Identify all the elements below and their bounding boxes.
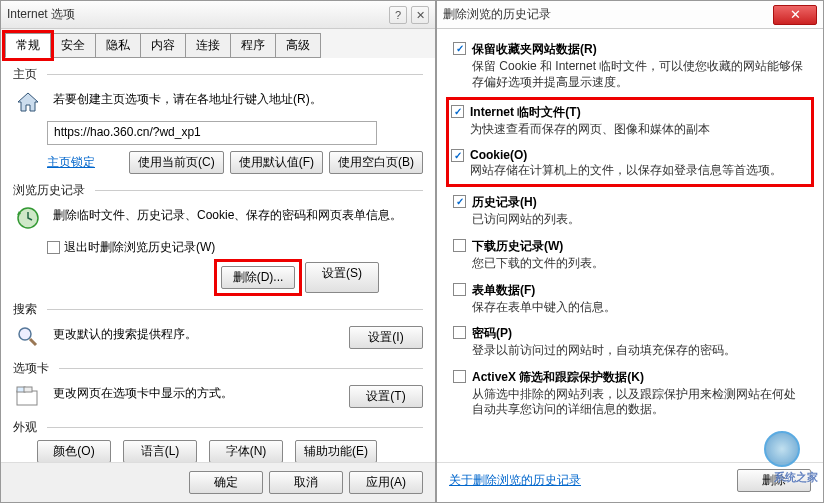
tab-programs[interactable]: 程序 bbox=[230, 33, 276, 58]
dlhist-desc: 您已下载的文件的列表。 bbox=[472, 256, 807, 272]
check-item-tempfiles: Internet 临时文件(T) 为快速查看而保存的网页、图像和媒体的副本 bbox=[451, 104, 809, 138]
use-default-button[interactable]: 使用默认值(F) bbox=[230, 151, 323, 174]
tabs-desc: 更改网页在选项卡中显示的方式。 bbox=[53, 381, 343, 402]
group-homepage-label: 主页 bbox=[13, 66, 37, 83]
activex-desc: 从筛选中排除的网站列表，以及跟踪保护用来检测网站在何处自动共享您访问的详细信息的… bbox=[472, 387, 807, 418]
homepage-lock-link[interactable]: 主页锁定 bbox=[47, 154, 95, 171]
check-item-favorites: 保留收藏夹网站数据(R) 保留 Cookie 和 Internet 临时文件，可… bbox=[453, 41, 807, 90]
svg-rect-2 bbox=[17, 391, 37, 405]
tempfiles-title: Internet 临时文件(T) bbox=[470, 104, 809, 121]
tabs-settings-button[interactable]: 设置(T) bbox=[349, 385, 423, 408]
history-title: 历史记录(H) bbox=[472, 194, 807, 211]
passwords-desc: 登录以前访问过的网站时，自动填充保存的密码。 bbox=[472, 343, 807, 359]
group-appearance-label: 外观 bbox=[13, 419, 37, 436]
history-desc2: 已访问网站的列表。 bbox=[472, 212, 807, 228]
use-blank-button[interactable]: 使用空白页(B) bbox=[329, 151, 423, 174]
group-history-label: 浏览历史记录 bbox=[13, 182, 85, 199]
highlighted-items-box: Internet 临时文件(T) 为快速查看而保存的网页、图像和媒体的副本 Co… bbox=[449, 100, 811, 184]
check-item-history: 历史记录(H) 已访问网站的列表。 bbox=[453, 194, 807, 228]
svg-rect-4 bbox=[24, 387, 32, 392]
passwords-checkbox[interactable] bbox=[453, 326, 466, 339]
apply-button[interactable]: 应用(A) bbox=[349, 471, 423, 494]
check-item-dlhist: 下载历史记录(W) 您已下载的文件的列表。 bbox=[453, 238, 807, 272]
color-button[interactable]: 颜色(O) bbox=[37, 440, 111, 462]
history-desc: 删除临时文件、历史记录、Cookie、保存的密码和网页表单信息。 bbox=[53, 203, 423, 224]
formdata-checkbox[interactable] bbox=[453, 283, 466, 296]
search-icon bbox=[13, 322, 43, 352]
help-icon[interactable]: ? bbox=[389, 6, 407, 24]
accessibility-button[interactable]: 辅助功能(E) bbox=[295, 440, 377, 462]
favorites-checkbox[interactable] bbox=[453, 42, 466, 55]
tab-security[interactable]: 安全 bbox=[50, 33, 96, 58]
tab-privacy[interactable]: 隐私 bbox=[95, 33, 141, 58]
font-button[interactable]: 字体(N) bbox=[209, 440, 283, 462]
history-checkbox[interactable] bbox=[453, 195, 466, 208]
formdata-desc: 保存在表单中键入的信息。 bbox=[472, 300, 807, 316]
cancel-button[interactable]: 取消 bbox=[269, 471, 343, 494]
tab-content[interactable]: 内容 bbox=[140, 33, 186, 58]
right-titlebar: 删除浏览的历史记录 ✕ bbox=[437, 1, 823, 29]
group-search-label: 搜索 bbox=[13, 301, 37, 318]
favorites-title: 保留收藏夹网站数据(R) bbox=[472, 41, 807, 58]
homepage-url-input[interactable]: https://hao.360.cn/?wd_xp1 bbox=[47, 121, 377, 145]
check-item-activex: ActiveX 筛选和跟踪保护数据(K) 从筛选中排除的网站列表，以及跟踪保护用… bbox=[453, 369, 807, 418]
delete-history-button[interactable]: 删除(D)... bbox=[221, 266, 295, 289]
tab-advanced[interactable]: 高级 bbox=[275, 33, 321, 58]
tempfiles-checkbox[interactable] bbox=[451, 105, 464, 118]
svg-point-1 bbox=[19, 328, 31, 340]
tempfiles-desc: 为快速查看而保存的网页、图像和媒体的副本 bbox=[470, 122, 809, 138]
history-icon bbox=[13, 203, 43, 233]
close-button[interactable]: ✕ bbox=[773, 5, 817, 25]
exit-delete-label: 退出时删除浏览历史记录(W) bbox=[64, 239, 215, 256]
search-settings-button[interactable]: 设置(I) bbox=[349, 326, 423, 349]
tabs-icon bbox=[13, 381, 43, 411]
homepage-hint: 若要创建主页选项卡，请在各地址行键入地址(R)。 bbox=[53, 87, 423, 108]
check-item-formdata: 表单数据(F) 保存在表单中键入的信息。 bbox=[453, 282, 807, 316]
dlhist-title: 下载历史记录(W) bbox=[472, 238, 807, 255]
use-current-button[interactable]: 使用当前页(C) bbox=[129, 151, 224, 174]
history-settings-button[interactable]: 设置(S) bbox=[305, 262, 379, 293]
group-tabs-label: 选项卡 bbox=[13, 360, 49, 377]
tab-connections[interactable]: 连接 bbox=[185, 33, 231, 58]
close-icon[interactable]: ✕ bbox=[411, 6, 429, 24]
formdata-title: 表单数据(F) bbox=[472, 282, 807, 299]
passwords-title: 密码(P) bbox=[472, 325, 807, 342]
dlhist-checkbox[interactable] bbox=[453, 239, 466, 252]
activex-checkbox[interactable] bbox=[453, 370, 466, 383]
cookie-desc: 网站存储在计算机上的文件，以保存如登录信息等首选项。 bbox=[470, 163, 809, 179]
tab-general[interactable]: 常规 bbox=[5, 33, 51, 58]
exit-delete-checkbox[interactable] bbox=[47, 241, 60, 254]
search-desc: 更改默认的搜索提供程序。 bbox=[53, 322, 343, 343]
language-button[interactable]: 语言(L) bbox=[123, 440, 197, 462]
home-icon bbox=[13, 87, 43, 117]
right-title: 删除浏览的历史记录 bbox=[443, 6, 769, 23]
check-item-cookie: Cookie(O) 网站存储在计算机上的文件，以保存如登录信息等首选项。 bbox=[451, 148, 809, 179]
cookie-checkbox[interactable] bbox=[451, 149, 464, 162]
about-delete-link[interactable]: 关于删除浏览的历史记录 bbox=[449, 472, 581, 489]
activex-title: ActiveX 筛选和跟踪保护数据(K) bbox=[472, 369, 807, 386]
cookie-title: Cookie(O) bbox=[470, 148, 809, 162]
tab-strip: 常规 安全 隐私 内容 连接 程序 高级 bbox=[1, 29, 435, 58]
left-title: Internet 选项 bbox=[7, 6, 385, 23]
left-titlebar: Internet 选项 ? ✕ bbox=[1, 1, 435, 29]
favorites-desc: 保留 Cookie 和 Internet 临时文件，可以使您收藏的网站能够保存偏… bbox=[472, 59, 807, 90]
right-delete-button[interactable]: 删除 bbox=[737, 469, 811, 492]
ok-button[interactable]: 确定 bbox=[189, 471, 263, 494]
check-item-passwords: 密码(P) 登录以前访问过的网站时，自动填充保存的密码。 bbox=[453, 325, 807, 359]
